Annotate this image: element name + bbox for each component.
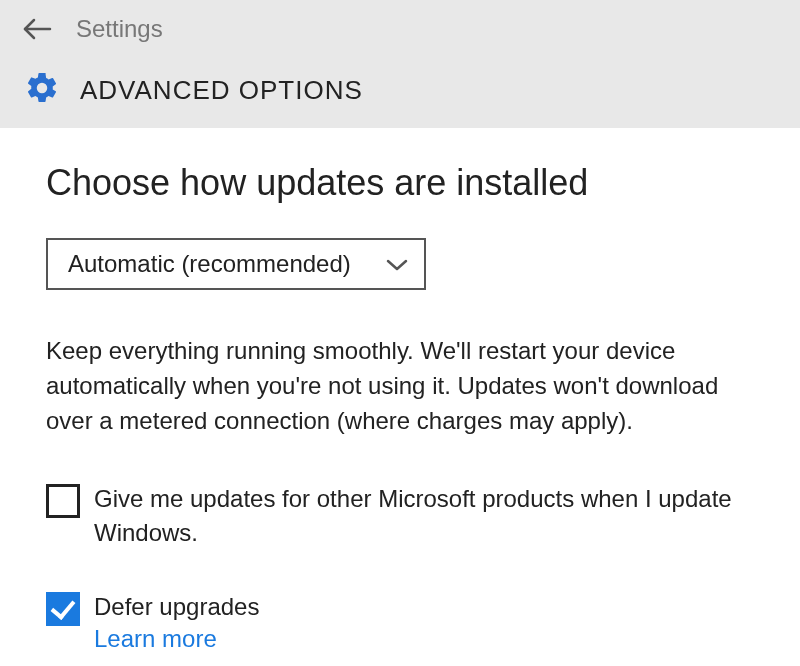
section-heading: Choose how updates are installed [46,162,754,204]
update-mode-dropdown[interactable]: Automatic (recommended) [46,238,426,290]
settings-breadcrumb[interactable]: Settings [76,15,163,43]
checkbox-other-products[interactable] [46,484,80,518]
content-area: Choose how updates are installed Automat… [0,128,800,666]
topbar: Settings [20,12,780,46]
back-button[interactable] [20,12,54,46]
checkbox-row-other-products: Give me updates for other Microsoft prod… [46,482,754,549]
learn-more-link[interactable]: Learn more [94,625,259,653]
header-bar: Settings ADVANCED OPTIONS [0,0,800,128]
chevron-down-icon [386,250,408,278]
checkbox-defer-label: Defer upgrades [94,590,259,624]
checkbox-defer-upgrades[interactable] [46,592,80,626]
arrow-left-icon [22,18,52,40]
checkbox-other-products-label: Give me updates for other Microsoft prod… [94,482,734,549]
update-description: Keep everything running smoothly. We'll … [46,334,746,438]
gear-icon [24,70,60,110]
page-title: ADVANCED OPTIONS [80,75,363,106]
checkbox-row-defer: Defer upgrades Learn more [46,590,754,654]
dropdown-selected-label: Automatic (recommended) [68,250,351,278]
title-row: ADVANCED OPTIONS [20,70,780,110]
